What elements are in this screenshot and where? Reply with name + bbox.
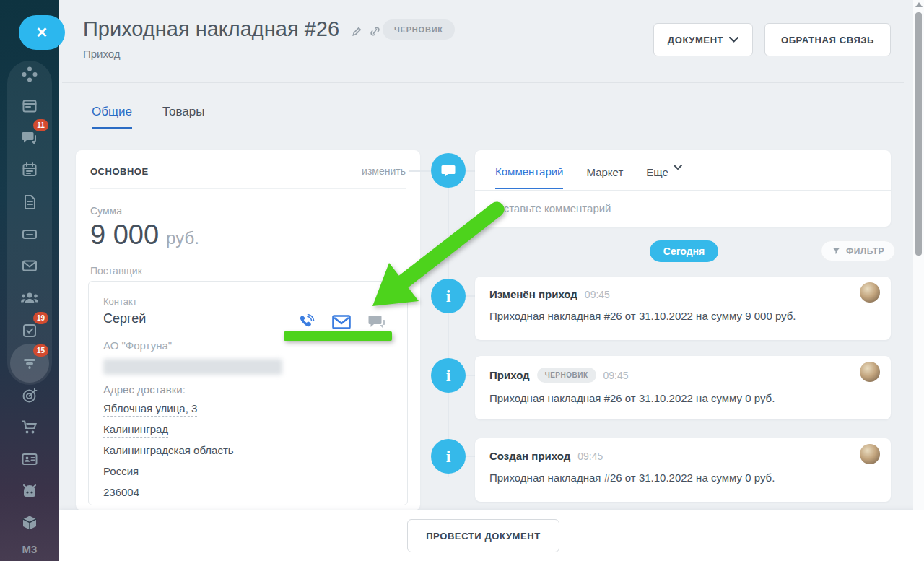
entry-title: Изменён приход <box>489 288 578 300</box>
sum-label: Сумма <box>90 205 406 217</box>
contact-company: АО "Фортуна" <box>103 339 393 352</box>
timeline-line <box>448 186 449 477</box>
contact-card: Контакт Сергей АО "Фортуна" Адрес достав… <box>88 281 408 505</box>
tasks-icon <box>21 322 38 339</box>
sidebar-item-goals[interactable] <box>0 380 59 412</box>
redacted-text <box>103 359 282 375</box>
footer-bar: ПРОВЕСТИ ДОКУМЕНТ <box>59 510 924 561</box>
filter-button-label: ФИЛЬТР <box>846 246 884 256</box>
edit-pencil-icon[interactable] <box>352 26 362 37</box>
scrollbar-track[interactable] <box>913 0 924 510</box>
sidebar-item-tasks[interactable]: 19 <box>0 315 59 347</box>
address-street-link[interactable]: Яблочная улица, 3 <box>103 402 197 417</box>
tab-more[interactable]: Еще <box>646 165 682 190</box>
timeline-connector <box>466 375 475 376</box>
title-icons <box>352 26 381 37</box>
timeline-entry: Приход ЧЕРНОВИК 09:45 Приходная накладна… <box>475 356 891 419</box>
sidebar-item-employees[interactable] <box>0 443 59 475</box>
sidebar-item-window[interactable] <box>0 90 59 122</box>
app-window: 11 <box>0 0 924 561</box>
chat-icon <box>21 129 38 147</box>
comment-icon <box>440 163 456 178</box>
avatar <box>860 444 880 464</box>
sidebar-item-contacts[interactable] <box>0 282 59 314</box>
info-icon: i <box>446 447 451 466</box>
sidebar-item-network[interactable] <box>0 58 59 90</box>
tab-comment[interactable]: Комментарий <box>495 165 563 189</box>
scrollbar-thumb[interactable] <box>915 12 922 256</box>
timeline-info-marker: i <box>431 358 466 393</box>
feedback-button-label: ОБРАТНАЯ СВЯЗЬ <box>781 35 874 45</box>
timeline-connector <box>466 170 475 172</box>
filter-button[interactable]: ФИЛЬТР <box>821 240 895 261</box>
supplier-label: Поставщик <box>90 265 406 277</box>
email-icon[interactable] <box>332 314 351 330</box>
tab-more-label: Еще <box>646 166 668 178</box>
edit-link[interactable]: изменить <box>362 165 406 177</box>
page-title: Приходная накладная #26 <box>83 17 339 41</box>
entry-text: Приходная накладная #26 от 31.10.2022 на… <box>489 471 876 484</box>
chevron-down-icon <box>729 37 738 43</box>
address-city-link[interactable]: Калининград <box>103 423 168 438</box>
users-icon <box>20 290 39 307</box>
window-icon <box>21 97 38 115</box>
post-document-button[interactable]: ПРОВЕСТИ ДОКУМЕНТ <box>407 519 559 552</box>
sum-currency: руб. <box>166 228 199 248</box>
bot-icon <box>20 483 39 500</box>
contact-label: Контакт <box>103 296 393 307</box>
chat-bubble-icon[interactable] <box>368 314 387 330</box>
close-button[interactable]: ✕ <box>19 15 65 50</box>
document-button-label: ДОКУМЕНТ <box>668 35 723 45</box>
document-icon <box>21 193 38 211</box>
address-region-link[interactable]: Калининградская область <box>103 444 234 458</box>
comment-tabs: Комментарий Маркет Еще <box>475 150 891 190</box>
sidebar-item-mail[interactable] <box>0 250 59 282</box>
comment-composer-card: Комментарий Маркет Еще Оставьте коммента… <box>475 150 891 227</box>
scroll-up-arrow-icon[interactable] <box>915 2 923 7</box>
sidebar-item-bot[interactable] <box>0 476 59 508</box>
card-title: ОСНОВНОЕ <box>90 166 149 177</box>
info-icon: i <box>446 366 451 386</box>
cart-icon <box>20 419 39 436</box>
entry-title: Создан приход <box>489 450 570 462</box>
id-card-icon <box>21 451 38 468</box>
entry-time: 09:45 <box>578 451 603 462</box>
document-menu-button[interactable]: ДОКУМЕНТ <box>653 23 753 56</box>
timeline-connector <box>466 456 475 457</box>
entry-text: Приходная накладная #26 от 31.10.2022 на… <box>489 392 876 404</box>
tab-market[interactable]: Маркет <box>586 166 623 188</box>
main-tabs: Общие Товары <box>92 105 204 129</box>
phone-icon[interactable] <box>297 313 315 331</box>
mail-icon <box>21 257 38 274</box>
sidebar: 11 <box>0 0 59 561</box>
sidebar-item-inbox[interactable] <box>0 218 59 250</box>
chat-badge: 11 <box>33 119 48 131</box>
link-icon[interactable] <box>369 26 381 37</box>
tab-general[interactable]: Общие <box>92 105 132 129</box>
sidebar-item-products[interactable] <box>0 507 59 539</box>
timeline-connector <box>409 170 431 172</box>
info-icon: i <box>446 287 451 306</box>
avatar <box>860 362 880 382</box>
status-badge: ЧЕРНОВИК <box>383 19 455 40</box>
address-zip-link[interactable]: 236004 <box>103 486 139 500</box>
page-subtitle: Приход <box>83 48 121 60</box>
comment-input[interactable]: Оставьте комментарий <box>475 191 891 214</box>
sidebar-item-cart[interactable] <box>0 412 59 443</box>
sidebar-item-chat[interactable]: 11 <box>0 122 59 154</box>
timeline-info-marker: i <box>431 279 466 313</box>
sidebar-item-calendar[interactable] <box>0 154 59 186</box>
address-country-link[interactable]: Россия <box>103 465 139 479</box>
avatar <box>860 282 880 303</box>
tab-products[interactable]: Товары <box>162 105 204 129</box>
funnel-icon <box>21 355 38 372</box>
entry-status-badge: ЧЕРНОВИК <box>537 368 596 383</box>
sidebar-item-documents[interactable] <box>0 186 59 218</box>
feedback-button[interactable]: ОБРАТНАЯ СВЯЗЬ <box>764 23 891 56</box>
sidebar-item-sales-funnel[interactable]: 15 <box>0 347 59 379</box>
cube-icon <box>21 514 38 531</box>
chevron-down-icon <box>674 165 682 170</box>
inbox-icon <box>21 225 38 243</box>
calendar-icon <box>21 161 38 178</box>
sidebar-bottom-label: М3 <box>0 543 59 555</box>
